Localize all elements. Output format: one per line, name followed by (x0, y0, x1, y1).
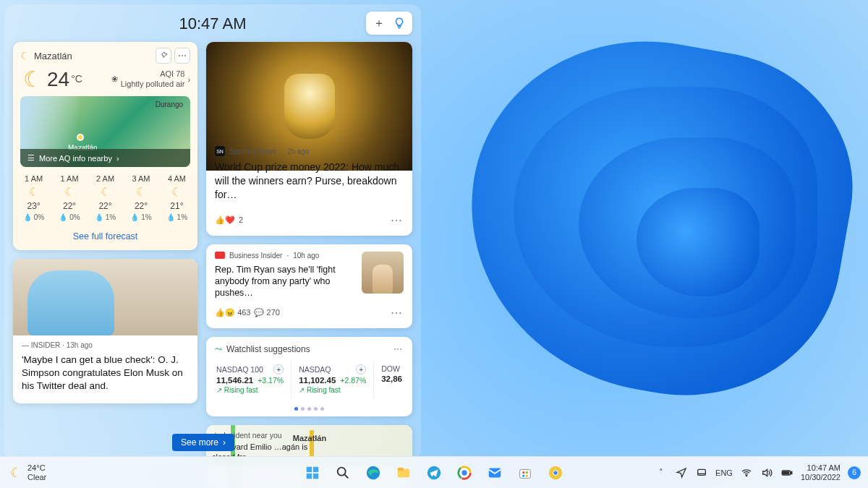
news-more-button[interactable]: ⋯ (391, 213, 404, 227)
start-button[interactable] (301, 461, 324, 484)
taskbar-weather[interactable]: ☾ 24°CClear (0, 457, 56, 488)
news-ago: 10h ago (293, 252, 319, 260)
panel-header-actions: ＋ (366, 12, 412, 35)
svg-rect-18 (522, 474, 524, 476)
search-button[interactable] (331, 461, 354, 484)
news-story-insider[interactable]: — INSIDER · 13h ago 'Maybe I can get a b… (13, 259, 197, 403)
pin-button[interactable] (156, 48, 171, 64)
news-more-button[interactable]: ⋯ (391, 306, 404, 320)
weather-condition-icon: ☾ (23, 67, 43, 92)
aqi-desc: Lightly polluted air (121, 80, 185, 90)
tips-button[interactable] (391, 14, 408, 32)
watchlist-title: Watchlist suggestions (226, 344, 310, 354)
stock-symbol: DOW (381, 364, 400, 373)
comments[interactable]: 💬 270 (254, 308, 279, 317)
taskbar-date: 10/30/2022 (801, 473, 841, 482)
svg-rect-27 (783, 471, 789, 474)
hour-temp: 22° (135, 201, 148, 211)
hour-temp: 23° (27, 201, 41, 211)
stock-item[interactable]: NASDAQ 100+ 11,546.21+3.17% ↗ Rising fas… (209, 360, 292, 398)
aqi-summary[interactable]: ❀ AQI 78 Lightly polluted air › (111, 69, 190, 90)
watchlist-more-button[interactable]: ⋯ (393, 344, 404, 354)
weather-map[interactable]: Durango Mazatlán ☰ More AQ info nearby › (20, 96, 190, 167)
notification-badge[interactable]: 6 (848, 466, 861, 479)
mail-icon[interactable] (483, 461, 506, 484)
hour-precip: 💧 1% (166, 213, 187, 221)
watchlist-widget[interactable]: ⤳Watchlist suggestions ⋯ NASDAQ 100+ 11,… (206, 337, 412, 416)
panel-clock: 10:47 AM (179, 14, 247, 33)
story-source-line: — INSIDER · 13h ago (22, 341, 189, 349)
news-headline: World Cup prize money 2022: How much wil… (215, 160, 404, 202)
ms-store-icon[interactable] (514, 461, 537, 484)
svg-point-4 (338, 467, 346, 475)
map-pin-icon (77, 134, 84, 141)
svg-point-13 (461, 470, 467, 475)
svg-rect-0 (307, 466, 312, 471)
reactions[interactable]: 👍❤️ 2 (215, 215, 243, 225)
chevron-up-icon[interactable]: ˄ (655, 466, 668, 479)
stock-change: +2.87% (340, 376, 366, 385)
svg-rect-3 (313, 473, 318, 478)
hour-time: 1 AM (61, 174, 79, 183)
hour-precip: 💧 0% (59, 213, 80, 221)
moon-icon: ☾ (136, 185, 146, 199)
hour-precip: 💧 1% (130, 213, 151, 221)
hour-slot[interactable]: 2 AM ☾ 22° 💧 1% (95, 174, 116, 221)
location-icon[interactable] (675, 466, 688, 479)
svg-rect-23 (698, 469, 706, 475)
aq-nearby-button[interactable]: ☰ More AQ info nearby › (20, 149, 190, 167)
touchpad-icon[interactable] (695, 466, 708, 479)
weather-icon: ☾ (20, 50, 30, 61)
add-stock-button[interactable]: + (273, 364, 284, 374)
aqi-value: AQI 78 (121, 69, 185, 80)
chrome-canary-icon[interactable] (544, 461, 567, 484)
svg-rect-1 (313, 466, 318, 471)
svg-rect-26 (791, 471, 792, 474)
file-explorer-icon[interactable] (392, 461, 415, 484)
add-widget-button[interactable]: ＋ (370, 14, 388, 32)
chevron-right-icon: › (116, 154, 119, 163)
hourly-forecast: 1 AM ☾ 23° 💧 0% 1 AM ☾ 22° 💧 0% 2 AM ☾ (13, 167, 197, 226)
stock-symbol: NASDAQ (299, 365, 331, 374)
see-full-forecast-link[interactable]: See full forecast (13, 226, 197, 250)
hour-precip: 💧 0% (23, 213, 44, 221)
stock-item[interactable]: NASDAQ+ 11,102.45+2.87% ↗ Rising fast (292, 360, 374, 398)
battery-icon[interactable] (780, 466, 793, 479)
edge-icon[interactable] (362, 461, 385, 484)
language-indicator[interactable]: ENG (715, 468, 733, 477)
wifi-icon[interactable] (740, 466, 753, 479)
add-stock-button[interactable]: + (356, 364, 366, 374)
svg-rect-15 (520, 469, 531, 478)
stock-change: +3.17% (258, 376, 284, 385)
hour-temp: 22° (98, 201, 111, 211)
hour-slot[interactable]: 1 AM ☾ 23° 💧 0% (23, 174, 44, 221)
hour-slot[interactable]: 1 AM ☾ 22° 💧 0% (59, 174, 80, 221)
see-more-label: See more (181, 437, 218, 448)
stocks-icon: ⤳ (215, 344, 222, 354)
hour-slot[interactable]: 4 AM ☾ 21° 💧 1% (166, 174, 187, 221)
taskbar-clock[interactable]: 10:47 AM 10/30/2022 (801, 463, 841, 481)
source-badge-icon (215, 252, 225, 259)
see-more-button[interactable]: See more › (172, 434, 234, 451)
stock-item[interactable]: DOW 32,86 (374, 360, 412, 398)
news-world-cup[interactable]: SN Sporting News · 2h ago World Cup priz… (206, 42, 412, 236)
layers-icon: ☰ (27, 153, 35, 163)
chrome-icon[interactable] (453, 461, 476, 484)
news-tim-ryan[interactable]: Business Insider · 10h ago Rep. Tim Ryan… (206, 244, 412, 329)
widgets-panel: 10:47 AM ＋ ☾ Mazatlán (4, 4, 421, 460)
telegram-icon[interactable] (422, 461, 446, 484)
hour-slot[interactable]: 3 AM ☾ 22° 💧 1% (130, 174, 151, 221)
map-label-durango: Durango (156, 100, 183, 108)
pager-dots[interactable] (206, 404, 412, 416)
weather-widget[interactable]: ☾ Mazatlán ⋯ ☾ 24°C (13, 42, 197, 250)
svg-point-24 (746, 475, 746, 476)
news-thumbnail (362, 252, 404, 294)
svg-rect-19 (526, 474, 528, 476)
weather-more-button[interactable]: ⋯ (174, 48, 190, 64)
moon-icon: ☾ (171, 185, 182, 199)
news-source: Business Insider (229, 252, 282, 260)
reactions[interactable]: 👍😠 463 (215, 308, 250, 317)
moon-icon: ☾ (29, 185, 39, 199)
volume-icon[interactable] (760, 466, 773, 479)
aqi-leaf-icon: ❀ (111, 74, 118, 84)
